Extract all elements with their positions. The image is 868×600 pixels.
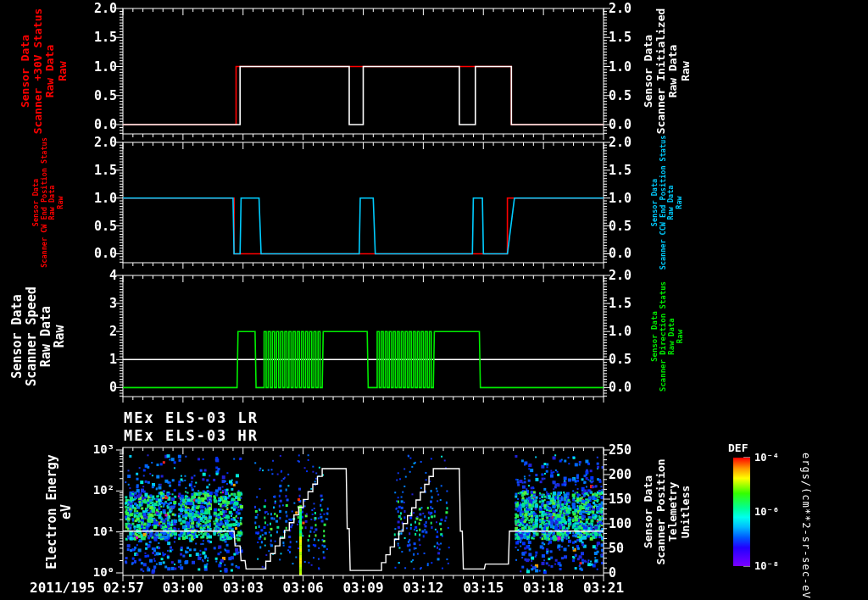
panel2-right-axis-label-line: Raw <box>676 136 684 270</box>
panel4-right-axis-label-line: Telemetry <box>667 458 680 564</box>
panel2-series-1 <box>123 198 604 254</box>
panel3-ytick-left: 4 <box>83 268 117 283</box>
panel3-left-axis-label-line: Raw Data <box>39 286 53 386</box>
panel3-right-axis-label-line: Raw <box>676 281 684 391</box>
panel1-ytick-left: 2.0 <box>83 1 117 16</box>
colorbar <box>733 458 750 566</box>
panel1-series-1 <box>123 67 604 125</box>
panel1-right-axis-label-text: Sensor DataScanner InitializedRaw DataRa… <box>643 8 692 135</box>
panel4-right-axis-label-line: Scanner Position <box>654 458 667 564</box>
panel3-ytick-left: 0 <box>83 380 117 395</box>
panel1-left-axis-label-line: Raw Data <box>44 8 57 135</box>
panel4-left-axis-label-text: Electron EnergyeV <box>45 454 74 569</box>
panel3-ytick-right: 1.0 <box>609 324 646 339</box>
panel4-ytick-right: 0 <box>609 565 646 581</box>
panel3-left-axis-label-line: Raw <box>53 286 68 386</box>
panel3-ytick-left: 1 <box>83 352 117 367</box>
panel2-ytick-left: 0.5 <box>83 219 117 234</box>
panel4-ytick-left: 10² <box>81 483 114 497</box>
panel1-ytick-left: 0.5 <box>83 88 117 103</box>
panel1-ytick-right: 1.0 <box>609 59 646 75</box>
panel2-ytick-left: 2.0 <box>83 135 117 150</box>
panel2-left-axis-label-line: Raw <box>57 137 65 268</box>
panel1-ytick-right: 2.0 <box>609 1 646 16</box>
panel1-right-axis-label-line: Raw Data <box>667 8 680 135</box>
panel1-right-axis-label-line: Raw <box>680 8 693 135</box>
colorbar-tick-label: 10⁻⁸ <box>754 560 779 572</box>
panel3-right-axis-label-line: Scanner Direction Status <box>659 281 667 391</box>
panel4-ytick-right: 100 <box>609 516 646 531</box>
panel4-ytick-left: 10³ <box>81 442 114 456</box>
colorbar-tick-label: 10⁻⁴ <box>754 452 779 464</box>
panel2-ytick-left: 0.0 <box>83 246 117 261</box>
panel4-ytick-right: 200 <box>609 467 646 482</box>
x-axis-tick-label: 03:00 <box>153 580 213 596</box>
panel3-right-axis-label-line: Sensor Data <box>650 281 659 391</box>
panel3-left-axis-label-text: Sensor DataScanner SpeedRaw DataRaw <box>10 286 67 386</box>
x-axis-tick-label: 03:15 <box>453 580 513 596</box>
panel4-right-axis-label-text: Sensor DataScanner PositionTelemetryUnit… <box>643 458 692 564</box>
panel1-left-axis-label-line: Sensor Data <box>19 8 32 135</box>
panel3-ytick-right: 0.0 <box>609 380 646 395</box>
panel1-ytick-left: 0.0 <box>83 117 117 132</box>
panel2-box <box>123 142 604 263</box>
panel4-box <box>123 447 604 575</box>
panel3-ytick-left: 3 <box>83 296 117 311</box>
panel4-left-axis-label-line: Electron Energy <box>45 454 59 569</box>
panel4-ytick-right: 150 <box>609 492 646 507</box>
panel4-title-hr: MEx ELS-03 HR <box>124 427 259 444</box>
panel4-ytick-left: 10⁰ <box>81 565 114 579</box>
panel1-left-axis-label-text: Sensor DataScanner +30V StatusRaw DataRa… <box>19 8 69 135</box>
panel4-right-axis-label-line: Unitless <box>680 458 693 564</box>
panel1-ytick-right: 0.5 <box>609 88 646 103</box>
x-axis-tick-label: 03:03 <box>214 580 273 596</box>
panel4-right-axis-label-line: Sensor Data <box>643 458 655 564</box>
panel2-ytick-right: 0.5 <box>609 219 646 234</box>
panel2-ytick-left: 1.0 <box>83 191 117 206</box>
panel1-ytick-right: 0.0 <box>609 117 646 132</box>
panel4-telemetry-line <box>123 469 604 570</box>
panel3-left-axis-label-line: Scanner Speed <box>25 286 39 386</box>
panel3-right-axis-label-text: Sensor DataScanner Direction StatusRaw D… <box>650 281 684 391</box>
panel4-ytick-right: 250 <box>609 442 646 458</box>
colorbar-unit-label: ergs/(cm**2-sr-sec-eV) <box>800 453 812 600</box>
x-axis-tick-label: 03:06 <box>274 580 333 596</box>
panel4-ytick-right: 50 <box>609 541 646 556</box>
panel1-right-axis-label-line: Sensor Data <box>643 8 655 135</box>
panel2-ytick-left: 1.5 <box>83 163 117 178</box>
panel2-ytick-right: 1.0 <box>609 191 646 206</box>
panel4-left-axis-label-line: eV <box>59 454 74 569</box>
panel4-title-lr: MEx ELS-03 LR <box>124 409 259 426</box>
panel4-ytick-left: 10¹ <box>81 525 114 538</box>
panel2-ytick-right: 2.0 <box>609 135 646 150</box>
plot-area: MEx ELS-03 LR MEx ELS-03 HR 2011/195 02:… <box>0 0 868 600</box>
panel3-box <box>123 275 604 397</box>
x-axis-tick-label: 03:12 <box>393 580 453 596</box>
panel3-ytick-right: 2.0 <box>609 268 646 283</box>
x-axis-tick-label: 03:21 <box>574 580 633 596</box>
panel1-right-axis-label-line: Scanner Initialized <box>654 8 667 135</box>
panel1-left-axis-label-line: Scanner +30V Status <box>31 8 44 135</box>
colorbar-tick-label: 10⁻⁶ <box>754 506 779 518</box>
panel2-ytick-right: 0.0 <box>609 246 646 261</box>
panel2-right-axis-label-text: Sensor DataScanner CCW End Position Stat… <box>651 136 683 270</box>
x-axis-start-label: 2011/195 02:57 <box>30 580 144 596</box>
panel2-left-axis-label-text: Sensor DataScanner CW End Position Statu… <box>32 137 64 268</box>
x-axis-tick-label: 03:09 <box>334 580 393 596</box>
panel1-ytick-right: 1.5 <box>609 30 646 45</box>
panel2-ytick-right: 1.5 <box>609 163 646 178</box>
panel2-series-0 <box>123 198 604 254</box>
panel3-ytick-left: 2 <box>83 324 117 339</box>
panel3-ytick-right: 1.5 <box>609 296 646 311</box>
panel3-right-axis-label-line: Raw Data <box>667 281 676 391</box>
colorbar-title: DEF <box>728 442 748 454</box>
x-axis-tick-label: 03:18 <box>514 580 573 596</box>
panel3-left-axis-label-line: Sensor Data <box>10 286 25 386</box>
panel1-ytick-left: 1.5 <box>83 30 117 45</box>
panel1-ytick-left: 1.0 <box>83 59 117 75</box>
panel3-ytick-right: 0.5 <box>609 352 646 367</box>
panel1-left-axis-label-line: Raw <box>57 8 70 135</box>
